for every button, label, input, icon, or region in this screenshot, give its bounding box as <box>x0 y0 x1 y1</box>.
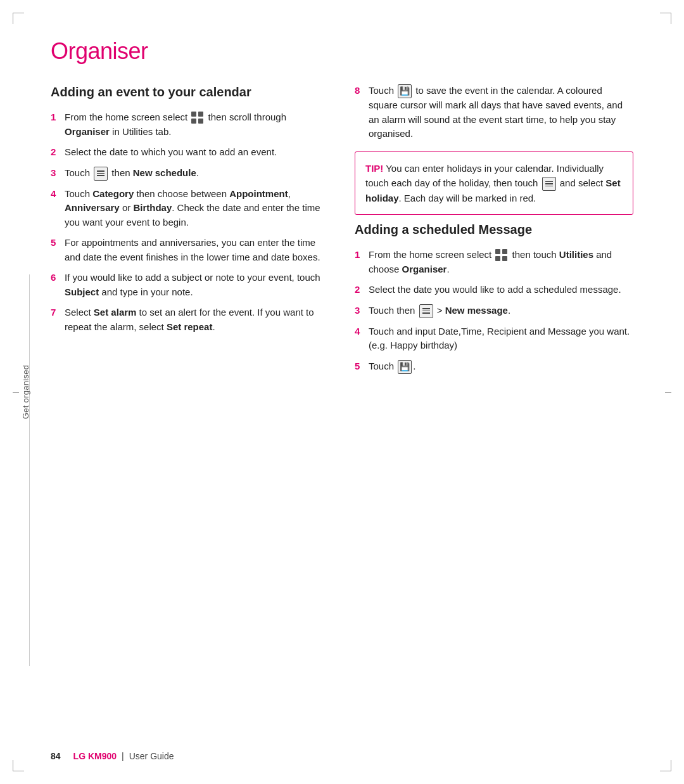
step-content: Touch then > New message. <box>369 304 633 318</box>
bold-text: New schedule <box>133 167 196 178</box>
bold-text: New message <box>445 305 508 316</box>
list-item: 5 For appointments and anniversaries, yo… <box>51 236 329 264</box>
page-number: 84 <box>51 751 61 761</box>
step-number: 5 <box>355 359 369 374</box>
menu-icon <box>94 167 108 181</box>
bold-text: Birthday <box>133 202 172 213</box>
step-content: From the home screen select then scroll … <box>65 110 329 139</box>
step-number: 1 <box>51 110 65 125</box>
page-title: Organiser <box>51 38 633 65</box>
tip-label: TIP! <box>365 163 383 174</box>
apps-icon <box>495 249 508 262</box>
list-item: 8 Touch 💾 to save the event in the calen… <box>355 84 633 141</box>
footer: 84 LG KM900 | User Guide <box>51 751 633 761</box>
bold-text: Appointment <box>229 188 288 199</box>
tip-box: TIP! You can enter holidays in your cale… <box>355 151 633 215</box>
section-heading-scheduled: Adding a scheduled Message <box>355 221 633 238</box>
step-number: 4 <box>51 187 65 202</box>
sidebar-text: Get organised <box>22 365 31 420</box>
footer-brand: LG KM900 <box>73 751 117 761</box>
menu-icon <box>419 304 433 318</box>
step-content: Touch 💾. <box>369 359 633 374</box>
list-item: 3 Touch then > New message. <box>355 304 633 318</box>
step-number: 3 <box>355 304 369 318</box>
list-item: 1 From the home screen select then touch… <box>355 248 633 276</box>
step-number: 1 <box>355 248 369 262</box>
two-column-layout: Adding an event to your calendar 1 From … <box>51 84 633 380</box>
step-number: 8 <box>355 84 369 98</box>
step-number: 2 <box>355 283 369 297</box>
step-number: 3 <box>51 166 65 181</box>
step-number: 5 <box>51 236 65 250</box>
left-column: Adding an event to your calendar 1 From … <box>51 84 329 380</box>
step-content: Select the date you would like to add a … <box>369 283 633 297</box>
apps-icon <box>191 112 204 124</box>
bold-text: Organiser <box>65 126 110 137</box>
corner-mark-br <box>660 760 671 771</box>
steps-list-right: 8 Touch 💾 to save the event in the calen… <box>355 84 633 141</box>
list-item: 1 From the home screen select then scrol… <box>51 110 329 139</box>
list-item: 6 If you would like to add a subject or … <box>51 271 329 299</box>
right-column: 8 Touch 💾 to save the event in the calen… <box>355 84 633 380</box>
step-content: Select the date to which you want to add… <box>65 145 329 160</box>
bold-text: Set alarm <box>94 307 137 318</box>
bold-text: Utilities <box>559 249 593 260</box>
save-icon: 💾 <box>398 360 412 374</box>
list-item: 2 Select the date to which you want to a… <box>51 145 329 160</box>
step-content: If you would like to add a subject or no… <box>65 271 329 299</box>
steps-list-right-2: 1 From the home screen select then touch… <box>355 248 633 374</box>
list-item: 3 Touch then New schedule. <box>51 166 329 181</box>
step-content: Touch then New schedule. <box>65 166 329 181</box>
side-mark-right <box>665 392 671 393</box>
bold-text: Anniversary <box>65 202 120 213</box>
list-item: 4 Touch Category then choose between App… <box>51 187 329 230</box>
bold-text: Organiser <box>402 264 447 274</box>
bold-text: Set holiday <box>365 177 621 203</box>
list-item: 5 Touch 💾. <box>355 359 633 374</box>
step-content: From the home screen select then touch U… <box>369 248 633 276</box>
step-number: 6 <box>51 271 65 285</box>
step-number: 4 <box>355 325 369 339</box>
bold-text: Subject <box>65 286 99 297</box>
footer-divider: | <box>122 751 124 761</box>
step-content: Select Set alarm to set an alert for the… <box>65 305 329 334</box>
menu-icon <box>542 177 556 191</box>
step-number: 7 <box>51 305 65 320</box>
step-content: Touch Category then choose between Appoi… <box>65 187 329 230</box>
sidebar-container: Get organised <box>16 0 35 784</box>
step-number: 2 <box>51 145 65 160</box>
list-item: 4 Touch and input Date,Time, Recipient a… <box>355 325 633 353</box>
corner-mark-tr <box>660 13 671 24</box>
step-content: Touch 💾 to save the event in the calenda… <box>369 84 633 141</box>
page: Get organised Organiser Adding an event … <box>0 0 684 784</box>
step-content: For appointments and anniversaries, you … <box>65 236 329 264</box>
save-icon: 💾 <box>398 84 412 98</box>
steps-list-left: 1 From the home screen select then scrol… <box>51 110 329 334</box>
bold-text: Category <box>92 188 134 199</box>
section-heading-calendar: Adding an event to your calendar <box>51 84 329 100</box>
bold-text: Set repeat <box>167 321 213 332</box>
step-content: Touch and input Date,Time, Recipient and… <box>369 325 633 353</box>
footer-guide: User Guide <box>129 751 174 761</box>
list-item: 2 Select the date you would like to add … <box>355 283 633 297</box>
list-item: 7 Select Set alarm to set an alert for t… <box>51 305 329 334</box>
